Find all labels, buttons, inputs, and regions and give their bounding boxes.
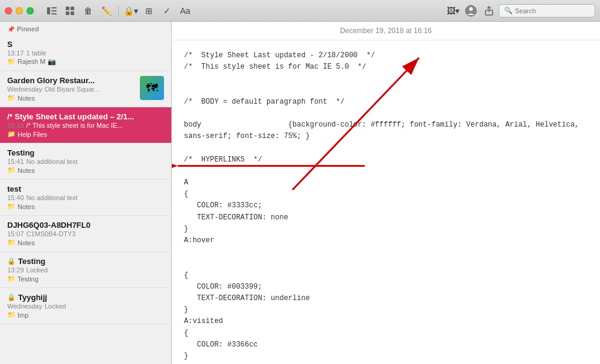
note-folder: Rajesh M 📷 [17, 58, 56, 66]
note-title: /* Style Sheet Last updated – 2/1... [7, 112, 164, 121]
svg-rect-0 [47, 7, 50, 14]
note-title: S [7, 40, 164, 49]
note-folder-row: 📁 Rajesh M 📷 [7, 58, 164, 66]
svg-point-9 [469, 7, 473, 11]
note-meta: 15:40 No additional text [7, 194, 164, 201]
note-meta: 16:16 /* This style sheet is for Mac IE.… [7, 122, 164, 129]
note-item-testing-1541[interactable]: Testing 15:41 No additional text 📁 Notes [0, 143, 171, 180]
share-button[interactable] [481, 4, 497, 18]
sidebar: 📌 Pinned S 13:17 1 table 📁 Rajesh M 📷 Ga… [0, 22, 172, 364]
folder-icon: 📁 [7, 311, 16, 319]
sidebar-toggle-button[interactable] [43, 4, 60, 18]
note-item-testing-1329[interactable]: 🔒 Testing 13:29 Locked 📁 Testing [0, 252, 171, 288]
date-text: December 19, 2018 at 16:16 [340, 27, 432, 35]
note-folder-row: 📁 Notes [7, 202, 164, 210]
note-item-s[interactable]: S 13:17 1 table 📁 Rajesh M 📷 [0, 35, 171, 71]
account-button[interactable] [463, 4, 479, 18]
note-item-stylesheet[interactable]: /* Style Sheet Last updated – 2/1... 16:… [0, 107, 171, 143]
folder-icon: 📁 [7, 166, 16, 174]
note-item-row: Garden Glory Restaur... Wednesday Old Bi… [7, 76, 164, 102]
grid-view-button[interactable] [62, 4, 78, 18]
search-icon: 🔍 [504, 7, 513, 14]
note-time: 15:07 [7, 230, 24, 237]
note-meta: Wednesday Locked [7, 303, 164, 310]
note-folder: Notes [17, 95, 35, 102]
titlebar: 🗑 ✏️ 🔒▾ ⊞ ✓ Aa 🖼▾ 🔍 [0, 0, 600, 22]
note-folder: Notes [17, 203, 35, 210]
svg-rect-7 [71, 11, 74, 15]
trash-button[interactable]: 🗑 [80, 4, 96, 18]
svg-rect-4 [66, 7, 69, 10]
note-folder: Imp [17, 312, 28, 319]
note-title: DJHG6Q03-A8DH7FL0 [7, 221, 164, 230]
pinned-header: 📌 Pinned [0, 22, 171, 35]
folder-icon: 📁 [7, 58, 16, 66]
separator-1 [118, 5, 119, 16]
search-input[interactable] [515, 7, 590, 14]
note-preview: 1 table [27, 49, 46, 57]
note-preview: C1MS0B4-DTY3 [27, 230, 76, 237]
content-date-header: December 19, 2018 at 16:16 [172, 22, 600, 40]
content-body[interactable]: /* Style Sheet Last updated - 2/18/2000 … [172, 40, 600, 364]
search-bar[interactable]: 🔍 [499, 4, 595, 17]
image-button[interactable]: 🖼▾ [444, 4, 461, 18]
note-preview: Locked [45, 303, 66, 310]
note-folder-row: 📁 Notes [7, 166, 164, 174]
note-title: Tyyghijj [18, 293, 47, 302]
note-preview: No additional text [27, 194, 78, 201]
right-toolbar: 🖼▾ 🔍 [444, 4, 595, 18]
note-item-tyyghijj[interactable]: 🔒 Tyyghijj Wednesday Locked 📁 Imp [0, 288, 171, 324]
font-button[interactable]: Aa [177, 4, 194, 18]
note-time: Wednesday [7, 86, 42, 93]
folder-icon: 📁 [7, 202, 16, 210]
note-preview: No additional text [27, 158, 78, 165]
note-folder-row: 📁 Notes [7, 94, 135, 102]
folder-icon: 📁 [7, 275, 16, 283]
note-folder-row: 📁 Testing [7, 275, 164, 283]
note-preview: Locked [27, 266, 48, 274]
map-thumbnail: 🗺 [140, 76, 164, 100]
note-title: test [7, 184, 164, 193]
note-folder: Notes [17, 167, 35, 174]
note-title: Testing [7, 148, 164, 157]
note-title: Garden Glory Restaur... [7, 76, 135, 85]
note-time: 15:40 [7, 194, 24, 201]
note-time: Wednesday [7, 303, 42, 310]
note-meta: 15:07 C1MS0B4-DTY3 [7, 230, 164, 237]
svg-rect-5 [71, 7, 74, 10]
checkmark-button[interactable]: ✓ [159, 4, 175, 18]
note-preview: Old Biyani Squar... [45, 86, 99, 93]
note-time: 16:16 [7, 122, 24, 129]
maximize-button[interactable] [27, 7, 34, 14]
note-item-garden[interactable]: Garden Glory Restaur... Wednesday Old Bi… [0, 71, 171, 107]
note-folder-row: 📁 Imp [7, 311, 164, 319]
note-folder: Help Files [17, 131, 47, 138]
lock-dropdown-button[interactable]: 🔒▾ [122, 4, 139, 18]
lock-icon: 🔒 [7, 293, 16, 301]
pin-icon: 📌 [7, 26, 14, 33]
note-meta: 15:41 No additional text [7, 158, 164, 165]
svg-rect-1 [51, 7, 57, 8]
compose-button[interactable]: ✏️ [98, 4, 115, 18]
table-button[interactable]: ⊞ [141, 4, 157, 18]
note-title: Testing [18, 257, 45, 266]
note-item-content: Garden Glory Restaur... Wednesday Old Bi… [7, 76, 135, 102]
svg-rect-2 [51, 10, 57, 11]
close-button[interactable] [5, 7, 12, 14]
note-folder: Notes [17, 239, 35, 246]
toolbar: 🗑 ✏️ 🔒▾ ⊞ ✓ Aa [43, 4, 194, 18]
content-area: December 19, 2018 at 16:16 /* Style Shee… [172, 22, 600, 364]
note-folder-row: 📁 Notes [7, 239, 164, 246]
note-time: 13:29 [7, 266, 24, 274]
note-folder-row: 📁 Help Files [7, 130, 164, 138]
note-item-djhg[interactable]: DJHG6Q03-A8DH7FL0 15:07 C1MS0B4-DTY3 📁 N… [0, 216, 171, 252]
folder-icon: 📁 [7, 130, 16, 138]
code-content: /* Style Sheet Last updated - 2/18/2000 … [184, 50, 588, 364]
note-folder: Testing [17, 275, 39, 283]
minimize-button[interactable] [16, 7, 23, 14]
traffic-lights [5, 7, 34, 14]
note-item-test-1540[interactable]: test 15:40 No additional text 📁 Notes [0, 180, 171, 216]
svg-rect-3 [51, 13, 57, 14]
main-container: 📌 Pinned S 13:17 1 table 📁 Rajesh M 📷 Ga… [0, 22, 600, 364]
svg-rect-6 [66, 11, 69, 15]
